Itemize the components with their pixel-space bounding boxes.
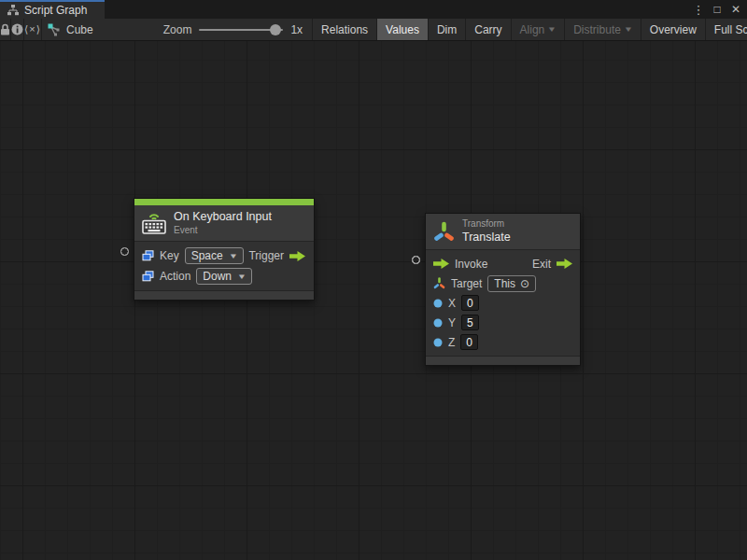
dim-label: Dim <box>437 23 457 36</box>
target-row: Target This ⊙ <box>426 273 580 293</box>
value-dot-icon <box>433 318 443 328</box>
zoom-slider-handle[interactable] <box>270 24 281 35</box>
event-node-title: On Keyboard Input <box>174 210 272 225</box>
value-dot-icon <box>433 338 443 347</box>
zoom-value: 1x <box>290 23 303 36</box>
window-controls: ⋮ □ ✕ <box>691 0 747 19</box>
action-dropdown-value: Down <box>203 270 232 283</box>
invoke-label: Invoke <box>455 258 487 271</box>
toolbar-button-distribute[interactable]: Distribute ▼ <box>564 19 641 40</box>
param-x-input[interactable]: 0 <box>461 295 479 311</box>
z-value-port[interactable] <box>412 256 420 264</box>
toolbar-button-align[interactable]: Align ▼ <box>511 19 565 40</box>
value-dot-icon <box>433 299 443 308</box>
align-label: Align <box>520 23 545 36</box>
tab-title: Script Graph <box>24 4 87 17</box>
maximize-icon[interactable]: □ <box>710 2 725 17</box>
event-node-footer <box>134 290 314 300</box>
key-dropdown-value: Space <box>191 249 223 262</box>
exit-label: Exit <box>532 258 551 271</box>
carry-label: Carry <box>474 23 501 36</box>
code-view-icon: ⟨×⟩ <box>24 23 41 35</box>
action-node-header[interactable]: Transform Translate <box>426 214 580 250</box>
lock-icon <box>0 23 10 35</box>
graph-name: Cube <box>66 23 93 36</box>
event-node-body: Key Space ▼ Action Down ▼ <box>134 242 314 290</box>
toolbar-button-carry[interactable]: Carry <box>465 19 510 40</box>
key-dropdown[interactable]: Space ▼ <box>185 247 244 264</box>
key-label: Key <box>160 249 179 262</box>
action-node-titles: Transform Translate <box>462 218 511 245</box>
target-value: This <box>494 277 515 290</box>
toolbar-button-fullscreen[interactable]: Full Screen <box>705 19 747 40</box>
code-view-button[interactable]: ⟨×⟩ <box>24 19 42 40</box>
flow-arrow-icon <box>289 251 305 261</box>
distribute-label: Distribute <box>573 23 621 36</box>
action-node-body: Invoke Exit Target This ⊙ <box>426 250 580 356</box>
overview-label: Overview <box>650 23 697 36</box>
param-z-label: Z <box>448 336 455 349</box>
close-icon[interactable]: ✕ <box>728 2 743 17</box>
toolbar-button-overview[interactable]: Overview <box>641 19 705 40</box>
values-label: Values <box>386 23 419 36</box>
wire-overlay <box>0 41 747 560</box>
zoom-control: Zoom 1x <box>103 19 312 40</box>
info-icon <box>11 23 23 35</box>
window-menu-icon[interactable]: ⋮ <box>691 2 706 17</box>
target-this-button[interactable]: This ⊙ <box>487 275 536 292</box>
graph-canvas[interactable]: On Keyboard Input Event Key Space ▼ <box>0 41 747 560</box>
action-row: Action Down ▼ <box>134 266 314 287</box>
param-y-input[interactable]: 5 <box>461 315 479 330</box>
zoom-slider[interactable] <box>199 24 283 35</box>
target-label: Target <box>451 277 482 290</box>
param-row-x: X 0 <box>426 293 580 313</box>
script-graph-icon <box>48 23 61 36</box>
keyboard-event-icon <box>142 212 166 234</box>
transform-icon <box>433 220 455 243</box>
action-dropdown[interactable]: Down ▼ <box>196 268 252 285</box>
node-on-keyboard-input[interactable]: On Keyboard Input Event Key Space ▼ <box>134 198 315 301</box>
graph-hierarchy-icon <box>7 5 19 16</box>
toolbar-button-values[interactable]: Values <box>376 19 428 40</box>
event-accent-bar <box>134 199 314 205</box>
tab-script-graph[interactable]: Script Graph <box>0 0 105 19</box>
relations-label: Relations <box>321 23 368 36</box>
param-row-y: Y 5 <box>426 313 580 332</box>
trigger-label: Trigger <box>248 249 284 262</box>
action-node-footer <box>426 356 580 365</box>
flow-arrow-icon[interactable] <box>557 259 572 269</box>
value-input-icon <box>142 250 154 261</box>
zoom-label: Zoom <box>163 23 192 36</box>
chevron-down-icon: ▼ <box>229 252 238 260</box>
param-y-label: Y <box>448 316 456 329</box>
trigger-output[interactable]: Trigger <box>248 245 305 266</box>
event-node-subtitle: Event <box>174 225 272 237</box>
param-x-label: X <box>448 297 456 310</box>
event-node-titles: On Keyboard Input Event <box>174 210 272 236</box>
transform-mini-icon <box>433 277 445 289</box>
window-tab-bar: Script Graph ⋮ □ ✕ <box>0 0 747 19</box>
param-row-z: Z 0 <box>426 332 580 352</box>
info-button[interactable] <box>11 19 24 40</box>
toolbar-button-relations[interactable]: Relations <box>312 19 376 40</box>
graph-reference[interactable]: Cube <box>42 19 103 40</box>
invoke-row: Invoke Exit <box>426 254 580 273</box>
tab-bar-spacer <box>105 0 691 19</box>
action-node-title: Translate <box>462 231 511 245</box>
action-value-port[interactable] <box>120 247 129 256</box>
chevron-down-icon: ▼ <box>624 25 633 34</box>
toolbar-button-dim[interactable]: Dim <box>428 19 465 40</box>
node-transform-translate[interactable]: Transform Translate Invoke Exit <box>425 213 581 366</box>
flow-arrow-icon <box>433 259 449 269</box>
chevron-down-icon: ▼ <box>547 25 557 34</box>
action-node-category: Transform <box>462 218 511 231</box>
param-z-input[interactable]: 0 <box>460 334 478 350</box>
event-node-header[interactable]: On Keyboard Input Event <box>134 205 314 242</box>
fullscreen-label: Full Screen <box>714 23 747 36</box>
object-picker-icon[interactable]: ⊙ <box>520 277 529 290</box>
graph-toolbar: ⟨×⟩ Cube Zoom 1x Relations Values Dim Ca… <box>0 19 747 41</box>
action-label: Action <box>160 270 190 283</box>
chevron-down-icon: ▼ <box>237 273 247 281</box>
value-input-icon <box>142 271 154 282</box>
lock-button[interactable] <box>0 19 11 40</box>
